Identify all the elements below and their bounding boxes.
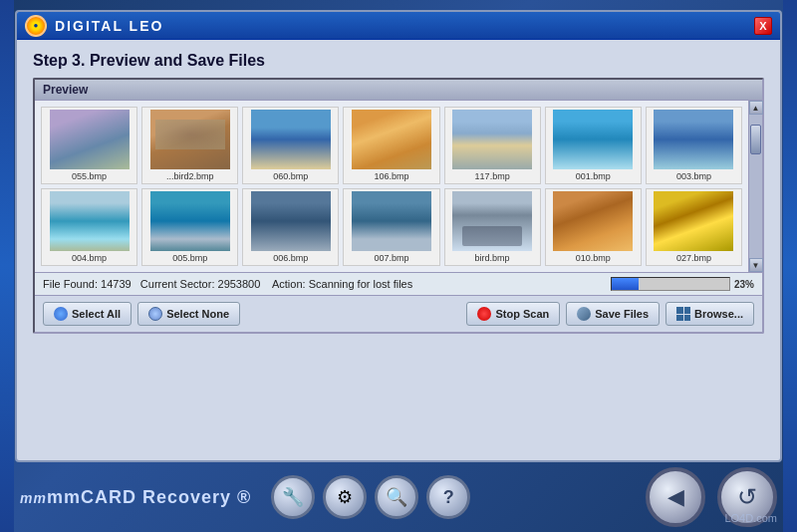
thumb-label: ...bird2.bmp	[150, 171, 230, 181]
progress-fill	[612, 278, 639, 290]
scroll-thumb[interactable]	[750, 125, 761, 154]
save-files-icon	[577, 307, 591, 321]
file-found-value: 14739	[101, 278, 132, 290]
progress-bar	[611, 277, 730, 291]
thumb-label: 006.bmp	[251, 253, 331, 263]
thumbnail-item[interactable]: 106.bmp	[343, 107, 439, 184]
select-all-icon	[54, 307, 68, 321]
tool-search-button[interactable]: 🔍	[375, 475, 418, 519]
thumb-label: 003.bmp	[654, 171, 733, 181]
stop-scan-label: Stop Scan	[495, 308, 549, 320]
select-none-button[interactable]: Select None	[137, 302, 240, 326]
thumbnail-item[interactable]: 117.bmp	[444, 107, 541, 184]
thumb-label: bird.bmp	[452, 253, 532, 263]
thumbnail-item[interactable]: bird.bmp	[444, 188, 541, 266]
thumbnail-item[interactable]: 005.bmp	[141, 188, 238, 266]
side-decoration-right	[783, 0, 797, 532]
bottom-logo-text: mmmmCARD Recovery ®	[20, 487, 251, 508]
thumb-label: 007.bmp	[352, 253, 431, 263]
select-all-label: Select All	[72, 308, 121, 320]
scroll-down-button[interactable]: ▼	[749, 258, 763, 272]
back-icon: ◀	[667, 484, 684, 510]
current-sector-value: 2953800	[218, 278, 261, 290]
tool-settings-button[interactable]: ⚙	[323, 475, 367, 519]
thumbnail-item[interactable]: 003.bmp	[646, 107, 742, 184]
preview-scrollbar[interactable]: ▲ ▼	[748, 101, 762, 272]
title-bar: ● DIGITAL LEO X	[17, 12, 780, 40]
button-bar: Select All Select None Stop Scan Save Fi…	[35, 295, 762, 332]
action-value: Scanning for lost files	[309, 278, 413, 290]
thumb-label: 027.bmp	[654, 253, 733, 263]
app-title: DIGITAL LEO	[55, 18, 754, 34]
save-files-label: Save Files	[595, 308, 649, 320]
side-decoration-left	[0, 0, 14, 532]
select-all-button[interactable]: Select All	[43, 302, 132, 326]
bottom-logo: mmmmCARD Recovery ®	[20, 487, 251, 508]
thumbnail-item[interactable]: 006.bmp	[242, 188, 339, 266]
thumbnail-item[interactable]: 001.bmp	[545, 107, 642, 184]
save-files-button[interactable]: Save Files	[566, 302, 660, 326]
app-logo: ●	[25, 15, 47, 37]
thumb-label: 106.bmp	[352, 171, 431, 181]
refresh-icon: ↺	[737, 483, 757, 511]
thumbnail-item[interactable]: 007.bmp	[343, 188, 439, 266]
file-found-label: File Found:	[43, 278, 98, 290]
status-bar: File Found: 14739 Current Sector: 295380…	[35, 272, 762, 295]
thumb-label: 117.bmp	[452, 171, 532, 181]
close-button[interactable]: X	[754, 17, 772, 35]
action-label: Action:	[272, 278, 306, 290]
watermark: LO4D.com	[724, 512, 777, 524]
thumbnail-item[interactable]: 010.bmp	[545, 188, 642, 266]
tool-pliers-button[interactable]: 🔧	[271, 475, 315, 519]
status-text: File Found: 14739 Current Sector: 295380…	[43, 278, 603, 290]
thumb-label: 060.bmp	[251, 171, 331, 181]
thumbnail-item[interactable]: 027.bmp	[646, 188, 742, 266]
back-button[interactable]: ◀	[646, 467, 705, 527]
preview-header: Preview	[35, 80, 762, 101]
thumb-label: 005.bmp	[150, 253, 230, 263]
tool-help-button[interactable]: ?	[426, 475, 470, 519]
thumb-label: 001.bmp	[553, 171, 633, 181]
select-none-label: Select None	[166, 308, 229, 320]
current-sector-label: Current Sector:	[140, 278, 215, 290]
content-area: Step 3. Preview and Save Files Preview 0…	[17, 40, 780, 346]
browse-button[interactable]: Browse...	[665, 302, 754, 326]
select-none-icon	[148, 307, 162, 321]
scroll-track	[749, 115, 762, 258]
main-window: ● DIGITAL LEO X Step 3. Preview and Save…	[15, 10, 782, 462]
scroll-up-button[interactable]: ▲	[749, 101, 763, 115]
page-title: Step 3. Preview and Save Files	[33, 52, 764, 70]
thumbnail-item[interactable]: 004.bmp	[41, 188, 137, 266]
browse-label: Browse...	[694, 308, 743, 320]
thumb-label: 004.bmp	[50, 253, 130, 263]
progress-percent: 23%	[734, 279, 754, 290]
stop-scan-icon	[477, 307, 491, 321]
progress-container: 23%	[611, 277, 754, 291]
stop-scan-button[interactable]: Stop Scan	[466, 302, 560, 326]
thumb-label: 010.bmp	[553, 253, 633, 263]
bottom-tools: 🔧 ⚙ 🔍 ?	[271, 475, 470, 519]
thumbnail-item[interactable]: 055.bmp	[41, 107, 137, 184]
thumb-label: 055.bmp	[50, 171, 130, 181]
browse-icon	[676, 307, 690, 321]
thumbnail-item[interactable]: 060.bmp	[242, 107, 339, 184]
preview-panel: Preview 055.bmp ...bird2.bmp	[33, 78, 764, 334]
thumbnail-item[interactable]: ...bird2.bmp	[141, 107, 238, 184]
preview-grid: 055.bmp ...bird2.bmp 060.bmp 10	[35, 101, 748, 272]
bottom-area: mmmmCARD Recovery ® 🔧 ⚙ 🔍 ? ◀ ↺	[0, 462, 797, 532]
preview-grid-container: 055.bmp ...bird2.bmp 060.bmp 10	[35, 101, 762, 272]
